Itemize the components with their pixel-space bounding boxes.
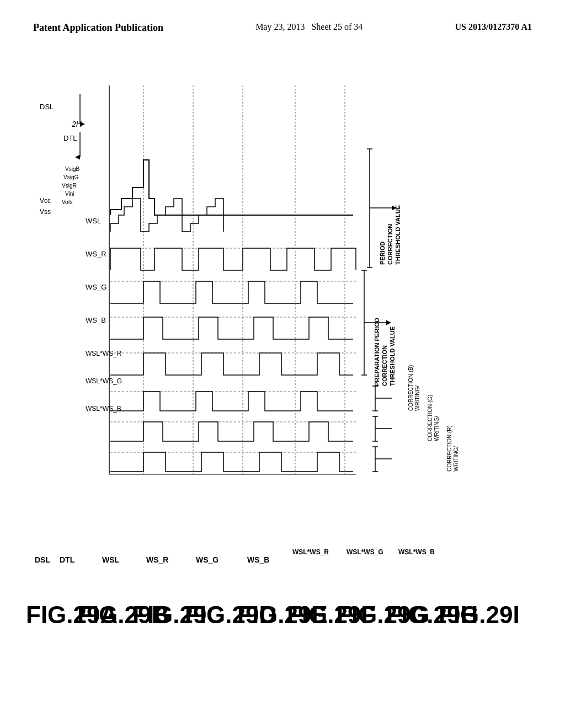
wsr-label: WS_R bbox=[86, 250, 106, 258]
vsigb-label: VsigB bbox=[65, 166, 79, 172]
fig29c-signal: WSL bbox=[102, 555, 120, 564]
wsl-wsb-waveform bbox=[110, 452, 353, 472]
writing-b-text: WRITING/ CORRECTION (B) bbox=[408, 365, 420, 411]
vofs-label: Vofs bbox=[62, 199, 72, 205]
wsl-waveform bbox=[110, 248, 356, 270]
thresh-corr-text: THRESHOLD VALUE CORRECTION PERIOD bbox=[379, 204, 401, 265]
fig29a-signal: DSL bbox=[35, 555, 50, 564]
vss-label: Vss bbox=[40, 208, 51, 216]
dtl-label: DTL bbox=[63, 134, 77, 142]
wsb-label: WS_B bbox=[86, 316, 106, 324]
period-lines bbox=[143, 85, 345, 474]
wsg-waveform bbox=[110, 317, 353, 339]
wsl-wsb-label: WSL*WS_B bbox=[86, 405, 121, 413]
fig29f-signal: WS_B bbox=[247, 555, 269, 564]
wsb-waveform bbox=[110, 353, 353, 375]
wsg-label: WS_G bbox=[86, 283, 106, 291]
dsl-label: DSL bbox=[40, 103, 54, 111]
fig29d-signal: WS_R bbox=[146, 555, 168, 564]
vsigg-label: VsigG bbox=[63, 174, 78, 180]
wsl-label: WSL bbox=[86, 217, 101, 225]
waveform-diagram: DSL DTL WSL WS_R WS_G WS_B WSL*WS_R WSL*… bbox=[0, 0, 565, 728]
two-h-label: 2H bbox=[71, 120, 82, 129]
fig29e-signal: WS_G bbox=[196, 555, 218, 564]
fig29i-label: FIG.29I bbox=[439, 601, 520, 628]
wsr-waveform bbox=[110, 281, 353, 303]
vini-label: Vini bbox=[65, 191, 74, 197]
writing-g-text: WRITING/ CORRECTION (G) bbox=[427, 395, 440, 441]
dsl-waveform bbox=[110, 160, 353, 215]
fig29h-signal: WSL*WS_G bbox=[347, 548, 383, 556]
wsl-wsr-waveform bbox=[110, 392, 353, 411]
fig29b-signal: DTL bbox=[60, 555, 75, 564]
wsl-wsr-label: WSL*WS_R bbox=[86, 350, 122, 357]
fig29g-signal: WSL*WS_R bbox=[292, 548, 329, 556]
vcc-label: Vcc bbox=[40, 197, 51, 205]
fig29i-signal: WSL*WS_B bbox=[398, 548, 435, 556]
wsl-wsg-label: WSL*WS_G bbox=[86, 377, 122, 385]
writing-r-text: WRITING/ CORRECTION (R) bbox=[446, 425, 459, 472]
wsl-wsg-waveform bbox=[110, 422, 353, 441]
thresh-prep-text: THRESHOLD VALUE CORRECTION PREPARATION P… bbox=[374, 318, 396, 386]
vsigr-label: VsigR bbox=[62, 183, 77, 189]
